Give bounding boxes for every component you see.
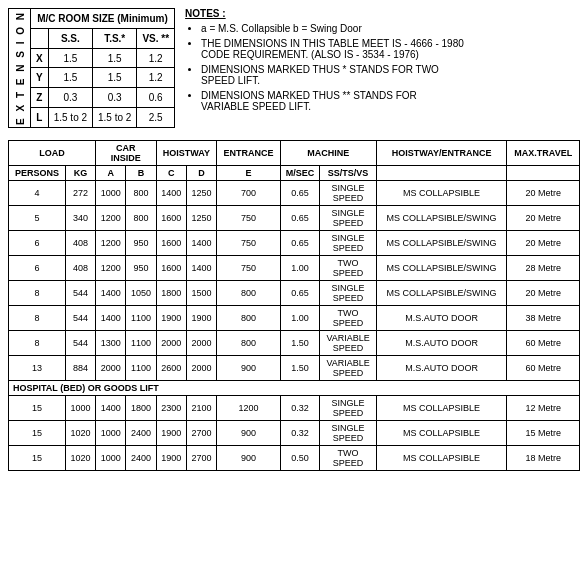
cell-e: 900 [217,356,281,381]
cell-persons: 13 [9,356,66,381]
row-z-label: Z [31,88,49,108]
cell-a: 1400 [96,306,126,331]
subh-machine-detail [376,166,507,181]
cell-msec: 0.32 [280,421,320,446]
cell-a: 1000 [96,446,126,471]
row-z-vs: 0.6 [137,88,175,108]
cell-max-travel: 20 Metre [507,206,580,231]
row-l-vs: 2.5 [137,108,175,128]
cell-b: 1100 [126,331,156,356]
row-l-ts: 1.5 to 2 [93,108,137,128]
cell-d: 2000 [186,356,216,381]
row-y-ss: 1.5 [48,68,92,88]
cell-speed: SINGLESPEED [320,421,376,446]
cell-msec: 0.65 [280,231,320,256]
cell-b: 950 [126,231,156,256]
cell-c: 2600 [156,356,186,381]
cell-speed: SINGLESPEED [320,281,376,306]
note-item-4: DIMENSIONS MARKED THUS ** STANDS FOR VAR… [201,90,465,112]
table-row: 6 408 1200 950 1600 1400 750 1.00 TWOSPE… [9,256,580,281]
note-item-1: a = M.S. Collapsible b = Swing Door [201,23,465,34]
table-row: 13 884 2000 1100 2600 2000 900 1.50 VARI… [9,356,580,381]
cell-max-travel: 20 Metre [507,281,580,306]
cell-kg: 1020 [65,421,95,446]
cell-a: 1000 [96,181,126,206]
cell-d: 1900 [186,306,216,331]
cell-d: 2700 [186,421,216,446]
cell-e: 1200 [217,396,281,421]
note-item-2: THE DIMENSIONS IN THIS TABLE MEET IS - 4… [201,38,465,60]
cell-kg: 272 [65,181,95,206]
row-z-ts: 0.3 [93,88,137,108]
cell-machine: MS COLLAPSIBLE/SWING [376,256,507,281]
cell-persons: 6 [9,231,66,256]
cell-machine: MS COLLAPSIBLE [376,396,507,421]
cell-msec: 1.00 [280,256,320,281]
cell-msec: 1.50 [280,331,320,356]
cell-max-travel: 18 Metre [507,446,580,471]
cell-persons: 15 [9,446,66,471]
cell-speed: SINGLESPEED [320,396,376,421]
cell-e: 800 [217,281,281,306]
cell-e: 900 [217,446,281,471]
cell-kg: 1020 [65,446,95,471]
main-data-table: LOAD CARINSIDE HOISTWAY ENTRANCE MACHINE… [8,140,580,471]
subh-kg: KG [65,166,95,181]
col-car-inside: CARINSIDE [96,141,156,166]
cell-b: 2400 [126,446,156,471]
cell-c: 1600 [156,231,186,256]
table-row: 15 1020 1000 2400 1900 2700 900 0.50 TWO… [9,446,580,471]
cell-a: 1200 [96,206,126,231]
cell-a: 1400 [96,281,126,306]
cell-a: 1200 [96,256,126,281]
row-z-ss: 0.3 [48,88,92,108]
row-l-ss: 1.5 to 2 [48,108,92,128]
cell-e: 750 [217,231,281,256]
cell-c: 1900 [156,306,186,331]
row-y-label: Y [31,68,49,88]
cell-e: 900 [217,421,281,446]
cell-a: 1200 [96,231,126,256]
cell-d: 1250 [186,206,216,231]
table-row: 8 544 1400 1100 1900 1900 800 1.00 TWOSP… [9,306,580,331]
cell-max-travel: 12 Metre [507,396,580,421]
cell-machine: M.S.AUTO DOOR [376,331,507,356]
cell-b: 800 [126,181,156,206]
cell-max-travel: 15 Metre [507,421,580,446]
cell-persons: 15 [9,421,66,446]
cell-max-travel: 20 Metre [507,231,580,256]
col-hoistway-entrance: HOISTWAY/ENTRANCE [376,141,507,166]
cell-persons: 8 [9,281,66,306]
cell-c: 1600 [156,256,186,281]
cell-b: 1050 [126,281,156,306]
table-row: 15 1020 1000 2400 1900 2700 900 0.32 SIN… [9,421,580,446]
col-max-travel: MAX.TRAVEL [507,141,580,166]
subh-b: B [126,166,156,181]
cell-max-travel: 20 Metre [507,181,580,206]
cell-msec: 0.65 [280,181,320,206]
cell-kg: 408 [65,231,95,256]
cell-c: 1900 [156,421,186,446]
subh-ss-ts-vs: SS/TS/VS [320,166,376,181]
col-entrance: ENTRANCE [217,141,281,166]
cell-b: 950 [126,256,156,281]
subh-c: C [156,166,186,181]
cell-b: 1100 [126,306,156,331]
cell-d: 1400 [186,256,216,281]
col-load: LOAD [9,141,96,166]
cell-persons: 6 [9,256,66,281]
row-y-vs: 1.2 [137,68,175,88]
cell-a: 1000 [96,421,126,446]
row-x-vs: 1.2 [137,48,175,68]
cell-a: 2000 [96,356,126,381]
notes-title: NOTES : [185,8,465,19]
notes-section: NOTES : a = M.S. Collapsible b = Swing D… [185,8,465,128]
cell-speed: TWOSPEED [320,256,376,281]
row-x-ts: 1.5 [93,48,137,68]
cell-max-travel: 38 Metre [507,306,580,331]
cell-msec: 0.65 [280,281,320,306]
cell-c: 1900 [156,446,186,471]
cell-speed: SINGLESPEED [320,206,376,231]
cell-speed: VARIABLESPEED [320,356,376,381]
cell-machine: MS COLLAPSIBLE [376,421,507,446]
